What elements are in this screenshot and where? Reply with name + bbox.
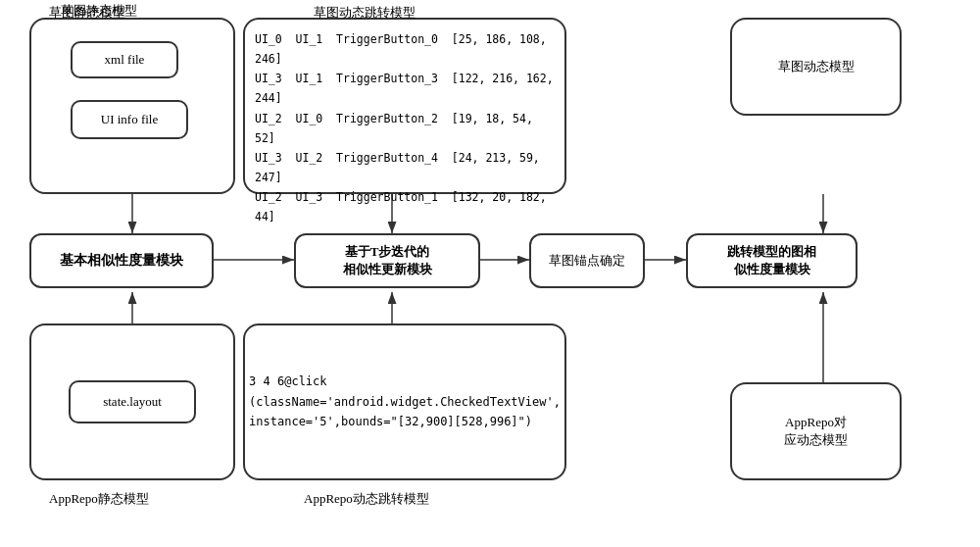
sketch-dynamic-model-label: 草图动态模型 (778, 58, 855, 75)
transition-similarity-label: 跳转模型的图相 似性度量模块 (727, 243, 816, 278)
apprepo-code: 3 4 6@click (className='android.widget.C… (249, 372, 561, 431)
t-step-label: 基于T步迭代的 相似性更新模块 (343, 243, 432, 278)
diagram-container: 草图静态模型 xml file UI info file 草图静态模型 草图动态… (0, 0, 980, 547)
anchor-determination-label: 草图锚点确定 (549, 252, 625, 270)
t-step-module: 基于T步迭代的 相似性更新模块 (294, 233, 480, 288)
sketch-dynamic-model-box: 草图动态模型 (730, 18, 902, 116)
xml-file-label: xml file (105, 52, 145, 68)
apprepo-dynamic-title: AppRepo动态跳转模型 (304, 490, 429, 508)
state-layout-box: state.layout (69, 380, 196, 423)
base-similarity-module: 基本相似性度量模块 (29, 233, 214, 288)
transition-similarity-module: 跳转模型的图相 似性度量模块 (686, 233, 858, 288)
apprepo-dynamic-model-box: AppRepo对 应动态模型 (730, 382, 902, 480)
ui-info-file-label: UI info file (101, 112, 158, 127)
dynamic-transition-title: 草图动态跳转模型 (314, 4, 416, 22)
transition-list: UI_0 UI_1 TriggerButton_0 [25, 186, 108,… (255, 29, 559, 226)
apprepo-dynamic-box: 3 4 6@click (className='android.widget.C… (243, 323, 566, 480)
ui-info-file-box: UI info file (71, 100, 188, 139)
apprepo-static-box: state.layout (29, 323, 235, 480)
apprepo-dynamic-model-label: AppRepo对 应动态模型 (784, 414, 848, 449)
anchor-determination-module: 草图锚点确定 (529, 233, 645, 288)
xml-file-box: xml file (71, 41, 178, 78)
base-similarity-label: 基本相似性度量模块 (60, 252, 183, 270)
apprepo-static-title: AppRepo静态模型 (49, 490, 149, 508)
state-layout-label: state.layout (103, 394, 162, 410)
static-model-box: 草图静态模型 xml file UI info file (29, 18, 235, 194)
static-model-title: 草图静态模型 (49, 4, 125, 22)
